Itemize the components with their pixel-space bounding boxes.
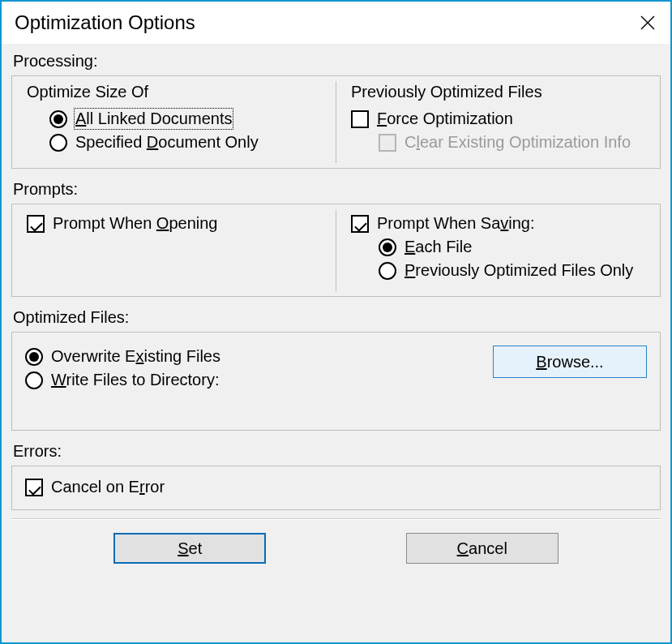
radio-icon [25, 371, 43, 389]
radio-each-file[interactable]: Each File [379, 238, 650, 256]
checkbox-icon [379, 134, 396, 152]
cancel-button-label: Cancel [457, 539, 507, 558]
optimized-files-panel: Overwrite Existing Files Write Files to … [11, 332, 661, 431]
check-prompt-opening[interactable]: Prompt When Opening [27, 214, 326, 233]
radio-icon [49, 110, 67, 128]
radio-write-dir-label: Write Files to Directory: [51, 371, 219, 389]
close-icon [640, 15, 656, 31]
check-clear-existing: Clear Existing Optimization Info [379, 133, 650, 152]
dialog-body: Processing: Optimize Size Of All Linked … [2, 44, 670, 642]
files-options: Overwrite Existing Files Write Files to … [25, 344, 493, 394]
previously-optimized-title: Previously Optimized Files [351, 83, 650, 101]
check-clear-label: Clear Existing Optimization Info [404, 133, 631, 152]
processing-panel: Optimize Size Of All Linked Documents Sp… [11, 75, 661, 169]
radio-icon [49, 134, 67, 152]
radio-all-linked[interactable]: All Linked Documents [49, 109, 326, 128]
close-button[interactable] [636, 11, 659, 34]
check-cancel-on-error[interactable]: Cancel on Error [25, 478, 647, 496]
checkbox-icon [351, 215, 369, 233]
prompt-save-group: Prompt When Saving: Each File Previously… [336, 204, 660, 296]
radio-prev-optimized-label: Previously Optimized Files Only [404, 261, 633, 280]
errors-label: Errors: [13, 442, 661, 461]
dialog-title: Optimization Options [15, 11, 195, 34]
errors-panel: Cancel on Error [11, 466, 661, 510]
check-prompt-opening-label: Prompt When Opening [53, 214, 217, 233]
radio-overwrite-existing[interactable]: Overwrite Existing Files [25, 347, 493, 366]
titlebar: Optimization Options [2, 2, 670, 44]
browse-button-label: Browse... [536, 353, 603, 371]
checkbox-icon [351, 110, 369, 128]
prompts-label: Prompts: [13, 180, 661, 199]
radio-icon [379, 262, 396, 280]
prompt-open-group: Prompt When Opening [12, 204, 336, 296]
radio-icon [379, 238, 396, 256]
checkbox-icon [27, 215, 45, 233]
optimization-options-dialog: Optimization Options Processing: Optimiz… [0, 0, 672, 644]
radio-specified-doc[interactable]: Specified Document Only [49, 133, 326, 152]
check-prompt-saving-label: Prompt When Saving: [377, 214, 535, 233]
prompts-panel: Prompt When Opening Prompt When Saving: … [11, 204, 661, 297]
optimize-size-group: Optimize Size Of All Linked Documents Sp… [12, 76, 336, 168]
checkbox-icon [25, 479, 43, 496]
set-button[interactable]: Set [113, 533, 266, 564]
radio-specified-doc-label: Specified Document Only [75, 133, 259, 152]
separator [11, 518, 661, 520]
check-cancel-on-error-label: Cancel on Error [51, 478, 165, 496]
optimize-size-title: Optimize Size Of [27, 83, 326, 101]
radio-icon [25, 348, 43, 366]
cancel-button[interactable]: Cancel [406, 533, 559, 564]
check-prompt-saving[interactable]: Prompt When Saving: [351, 214, 650, 233]
check-force-label: Force Optimization [377, 109, 513, 128]
radio-write-to-directory[interactable]: Write Files to Directory: [25, 371, 493, 389]
radio-all-linked-label: All Linked Documents [75, 109, 232, 128]
check-force-optimization[interactable]: Force Optimization [351, 109, 650, 128]
radio-prev-optimized-only[interactable]: Previously Optimized Files Only [379, 261, 650, 280]
radio-each-file-label: Each File [404, 238, 472, 256]
browse-button[interactable]: Browse... [493, 346, 647, 378]
radio-overwrite-label: Overwrite Existing Files [51, 347, 220, 366]
dialog-buttons: Set Cancel [11, 533, 661, 564]
optimized-files-label: Optimized Files: [13, 308, 661, 327]
set-button-label: Set [178, 539, 202, 558]
previously-optimized-group: Previously Optimized Files Force Optimiz… [336, 76, 660, 168]
processing-label: Processing: [13, 52, 661, 71]
